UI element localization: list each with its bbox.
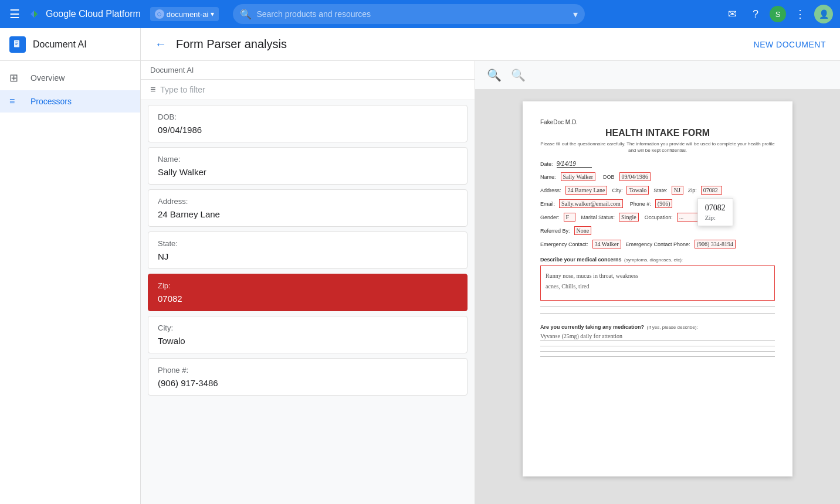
phone-value: (906) <box>658 200 670 207</box>
phone-field-box: (906) <box>655 199 673 208</box>
new-document-button[interactable]: NEW DOCUMENT <box>754 40 826 49</box>
document-ai-icon <box>9 36 26 53</box>
more-options-icon[interactable]: ⋮ <box>791 5 809 23</box>
medication-note: (If yes, please describe): <box>647 325 698 330</box>
field-label-city: City: <box>158 323 458 332</box>
field-label-dob: DOB: <box>158 113 458 121</box>
emergency-phone-field-box: (906) 334-8194 <box>695 240 736 248</box>
field-value-phone: (906) 917-3486 <box>158 378 458 388</box>
processors-icon: ≡ <box>9 96 23 107</box>
user-badge[interactable]: S <box>770 6 786 22</box>
medication-value: Vyvanse (25mg) daily for attention <box>540 333 775 341</box>
sidebar-item-label-processors: Processors <box>31 97 72 106</box>
line-2 <box>540 313 775 314</box>
referred-label: Referred By: <box>540 228 570 234</box>
document-page: FakeDoc M.D. HEALTH INTAKE FORM Please f… <box>523 101 792 476</box>
name-field-box: Sally Walker <box>561 172 596 181</box>
field-address[interactable]: Address: 24 Barney Lane <box>148 189 468 227</box>
project-name: document-ai <box>167 10 209 19</box>
filter-input[interactable] <box>160 85 465 94</box>
field-value-name: Sally Walker <box>158 167 458 177</box>
sidebar-item-overview[interactable]: ⊞ Overview <box>0 66 140 90</box>
search-dropdown-icon: ▾ <box>573 9 578 20</box>
panel-breadcrumb: Document AI <box>150 66 194 74</box>
med-line-1 <box>540 346 775 346</box>
occupation-field-box: ... <box>677 213 700 222</box>
field-zip[interactable]: Zip: 07082 <box>148 274 468 311</box>
field-phone[interactable]: Phone #: (906) 917-3486 <box>148 358 468 396</box>
zip-tooltip: 07082 Zip: <box>697 198 733 226</box>
field-value-state: NJ <box>158 251 458 261</box>
state-label: State: <box>653 188 668 193</box>
zoom-out-button[interactable]: 🔍 <box>485 66 504 84</box>
brand-name: Google Cloud Platform <box>46 9 141 19</box>
medication-section: Are you currently taking any medication?… <box>540 321 775 357</box>
address-field-box: 24 Barney Lane <box>565 186 608 195</box>
menu-icon[interactable]: ☰ <box>7 5 22 23</box>
occupation-value: ... <box>679 214 684 220</box>
field-city[interactable]: City: Towalo <box>148 316 468 353</box>
email-phone-row: Email: Sally.walker@email.com Phone #: (… <box>540 199 775 208</box>
dob-value: 09/04/1986 <box>622 173 649 180</box>
emergency-phone-value: (906) 334-8194 <box>697 241 734 247</box>
top-navigation: ☰ Google Cloud Platform ⬡ document-ai ▾ … <box>0 0 840 28</box>
field-value-dob: 09/04/1986 <box>158 125 458 135</box>
gender-row: Gender: F Marital Status: Single Occupat… <box>540 213 775 222</box>
project-dropdown-icon: ▾ <box>211 10 214 18</box>
field-state[interactable]: State: NJ <box>148 231 468 269</box>
medical-concerns-value: Runny nose, mucus in throat, weaknessacn… <box>546 271 770 292</box>
email-value: Sally.walker@email.com <box>561 200 621 207</box>
form-subtitle: Please fill out the questionnaire carefu… <box>540 141 775 154</box>
project-icon: ⬡ <box>155 9 164 19</box>
medication-label: Are you currently taking any medication? <box>540 324 644 330</box>
project-selector[interactable]: ⬡ document-ai ▾ <box>150 7 219 21</box>
sidebar-header: Document AI <box>0 28 140 61</box>
notifications-icon[interactable]: ✉ <box>723 5 741 23</box>
sidebar-nav: ⊞ Overview ≡ Processors <box>0 61 140 117</box>
dob-field-box: 09/04/1986 <box>619 172 651 181</box>
search-input[interactable] <box>256 9 568 19</box>
name-dob-row: Name: Sally Walker DOB 09/04/1986 <box>540 172 775 181</box>
field-dob[interactable]: DOB: 09/04/1986 <box>148 105 468 142</box>
help-icon[interactable]: ? <box>746 5 765 23</box>
state-field-box: NJ <box>672 186 683 195</box>
content-area: ← Form Parser analysis NEW DOCUMENT Docu… <box>141 28 840 504</box>
form-title: HEALTH INTAKE FORM <box>540 128 775 138</box>
page-title: Form Parser analysis <box>176 38 744 51</box>
med-line-2 <box>540 351 775 352</box>
zoom-in-button[interactable]: 🔍 <box>509 66 528 84</box>
referred-field-box: None <box>574 226 592 235</box>
address-label: Address: <box>540 188 561 193</box>
sidebar-title: Document AI <box>33 39 87 50</box>
zip-value: 07082 <box>703 187 718 193</box>
date-label: Date: <box>540 161 553 167</box>
zip-label-doc: Zip: <box>688 188 697 193</box>
referred-row: Referred By: None <box>540 226 775 235</box>
extra-lines <box>540 307 775 314</box>
field-name[interactable]: Name: Sally Walker <box>148 147 468 185</box>
back-button[interactable]: ← <box>155 38 167 51</box>
gender-label: Gender: <box>540 214 560 220</box>
marital-field-box: Single <box>619 213 639 222</box>
sidebar-item-processors[interactable]: ≡ Processors <box>0 90 140 113</box>
doc-ai-svg <box>12 39 23 50</box>
fields-list: DOB: 09/04/1986 Name: Sally Walker Addre… <box>141 100 475 504</box>
medication-header: Are you currently taking any medication?… <box>540 321 775 331</box>
avatar[interactable]: 👤 <box>814 5 833 23</box>
filter-icon: ≡ <box>150 84 155 95</box>
left-sidebar: Document AI ⊞ Overview ≡ Processors <box>0 28 141 504</box>
date-value: 9/14/19 <box>557 161 592 168</box>
field-label-state: State: <box>158 239 458 248</box>
address-row: Address: 24 Barney Lane City: Towalo Sta… <box>540 186 775 195</box>
search-bar[interactable]: 🔍 ▾ <box>233 4 585 24</box>
nav-icons: ✉ ? S ⋮ 👤 <box>723 5 833 23</box>
city-label: City: <box>612 188 622 193</box>
gender-field-box: F <box>564 213 575 222</box>
overview-icon: ⊞ <box>9 71 23 84</box>
gender-value: F <box>566 214 570 220</box>
medical-concerns-note: (symptoms, diagnoses, etc): <box>624 257 683 263</box>
tooltip-value: 07082 <box>705 203 726 213</box>
medical-concerns-label: Describe your medical concerns <box>540 257 622 263</box>
email-label: Email: <box>540 201 555 207</box>
svg-rect-1 <box>14 40 19 47</box>
